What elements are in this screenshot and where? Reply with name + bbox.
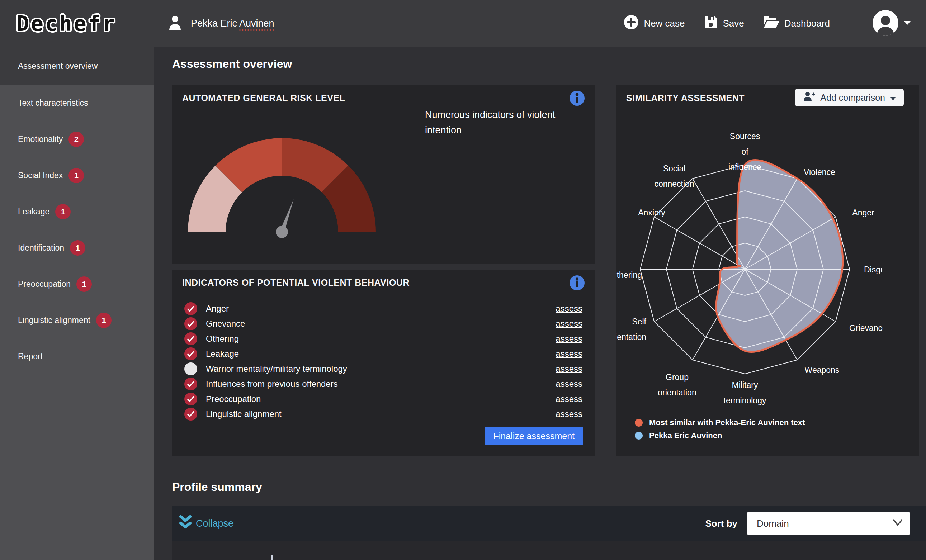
- collapse-button[interactable]: Collapse: [179, 515, 233, 532]
- indicator-checked-icon[interactable]: [185, 317, 197, 330]
- indicator-row: Leakageassess: [185, 346, 583, 361]
- indicator-checked-icon[interactable]: [185, 377, 197, 391]
- indicator-label: Anger: [206, 303, 229, 314]
- header-divider: [851, 9, 852, 38]
- indicator-row: Linguistic alignmentassess: [185, 406, 583, 422]
- indicator-checked-icon[interactable]: [185, 347, 197, 360]
- caret-down-icon[interactable]: [904, 20, 911, 27]
- indicator-checked-icon[interactable]: [185, 332, 197, 345]
- dashboard-label: Dashboard: [784, 18, 830, 29]
- sidebar-item-social-index[interactable]: Social Index1: [0, 157, 154, 193]
- info-icon[interactable]: [569, 91, 585, 106]
- plus-circle-icon: [624, 15, 639, 32]
- sidebar-item-linguistic-alignment[interactable]: Linguistic alignment1: [0, 302, 154, 338]
- page-title: Assessment overview: [172, 57, 292, 71]
- risk-description: Numerous indicators of violent intention: [425, 107, 586, 138]
- indicator-label: Influences from previous offenders: [206, 379, 338, 389]
- profile-summary-toolbar: Collapse Sort by Domain: [172, 506, 926, 540]
- sidebar-item-identification[interactable]: Identification1: [0, 230, 154, 266]
- indicators-card-title: INDICATORS OF POTENTIAL VIOLENT BEHAVIOU…: [182, 278, 410, 288]
- sidebar-item-label: Identification: [18, 243, 64, 253]
- avatar[interactable]: [872, 10, 899, 38]
- radar-axis-label: Anger: [852, 208, 875, 217]
- app-logo[interactable]: Dechefr: [0, 12, 154, 36]
- legend-dot-icon: [635, 419, 643, 427]
- indicator-checked-icon[interactable]: [185, 392, 197, 406]
- indicator-checked-icon[interactable]: [185, 302, 197, 315]
- assess-link[interactable]: assess: [555, 364, 583, 374]
- similarity-card-title: SIMILARITY ASSESSMENT: [626, 93, 744, 103]
- sidebar-item-label: Assessment overview: [18, 61, 98, 71]
- radar-axis-label: Anxiety: [638, 208, 665, 217]
- sidebar-item-assessment-overview[interactable]: Assessment overview: [0, 47, 154, 85]
- sidebar-item-leakage[interactable]: Leakage1: [0, 193, 154, 230]
- sort-by-select[interactable]: Domain: [747, 512, 910, 535]
- sidebar-item-badge: 1: [96, 312, 112, 328]
- radar-axis-label: Disgust: [864, 265, 883, 274]
- sidebar-item-label: Leakage: [18, 207, 50, 217]
- indicator-unchecked-icon[interactable]: [185, 362, 197, 375]
- new-case-label: New case: [644, 18, 685, 29]
- save-label: Save: [723, 18, 744, 29]
- sidebar-item-badge: 1: [68, 168, 84, 183]
- legend-item: Pekka Eric Auvinen: [635, 429, 805, 442]
- assess-link[interactable]: assess: [555, 409, 583, 419]
- folder-open-icon: [763, 15, 779, 32]
- sidebar-item-label: Report: [18, 352, 43, 361]
- indicator-row: Warrior mentality/military terminologyas…: [185, 361, 583, 376]
- sidebar-item-label: Preoccupation: [18, 279, 71, 289]
- radar-axis-label: Weapons: [805, 365, 840, 375]
- save-button[interactable]: Save: [704, 15, 744, 32]
- header-actions: New case Save Dashboard: [624, 9, 926, 38]
- sidebar-item-text-characteristics[interactable]: Text characteristics: [0, 85, 154, 121]
- person-plus-icon: [803, 91, 815, 104]
- finalize-assessment-button[interactable]: Finalize assessment: [485, 427, 583, 445]
- chart-tick-fragment: [271, 555, 272, 560]
- radar-axis-label: Violence: [804, 168, 835, 177]
- dashboard-button[interactable]: Dashboard: [763, 15, 830, 32]
- legend-dot-icon: [635, 432, 643, 439]
- indicator-label: Preoccupation: [206, 394, 261, 404]
- similarity-radar-chart: SourcesofinfluenceViolenceAngerDisgustGr…: [616, 129, 883, 416]
- sidebar-item-report[interactable]: Report: [0, 338, 154, 375]
- sidebar-item-label: Emotionality: [18, 134, 63, 144]
- account-menu[interactable]: [872, 10, 911, 38]
- info-icon[interactable]: [569, 275, 585, 290]
- sidebar-item-emotionality[interactable]: Emotionality2: [0, 121, 154, 157]
- save-icon: [704, 15, 718, 32]
- assess-link[interactable]: assess: [555, 394, 583, 404]
- radar-legend: Most similar with Pekka-Eric Auvinen tex…: [635, 416, 805, 442]
- sidebar-item-preoccupation[interactable]: Preoccupation1: [0, 266, 154, 302]
- indicator-label: Warrior mentality/military terminology: [206, 364, 347, 374]
- assess-link[interactable]: assess: [555, 379, 583, 389]
- assess-link[interactable]: assess: [555, 319, 583, 329]
- sidebar-item-label: Text characteristics: [18, 98, 88, 108]
- current-case-user: Pekka Eric Auvinen: [169, 15, 274, 32]
- user-icon: [169, 15, 182, 32]
- new-case-button[interactable]: New case: [624, 15, 685, 32]
- add-comparison-label: Add comparison: [820, 92, 885, 103]
- indicator-checked-icon[interactable]: [185, 408, 197, 421]
- sidebar-item-label: Social Index: [18, 171, 63, 180]
- legend-item: Most similar with Pekka-Eric Auvinen tex…: [635, 416, 805, 429]
- legend-label: Most similar with Pekka-Eric Auvinen tex…: [649, 418, 805, 427]
- legend-label: Pekka Eric Auvinen: [649, 431, 722, 440]
- sort-by-control: Sort by Domain: [705, 512, 910, 535]
- add-comparison-button[interactable]: Add comparison: [795, 89, 904, 107]
- indicator-label: Othering: [206, 334, 239, 344]
- caret-down-icon: [890, 92, 896, 103]
- sidebar-item-badge: 2: [68, 131, 84, 147]
- risk-card-title: AUTOMATED GENERAL RISK LEVEL: [182, 93, 345, 103]
- radar-axis-label: Othering: [616, 270, 642, 280]
- similarity-card: SIMILARITY ASSESSMENT Add comparison Sou…: [616, 85, 919, 456]
- assess-link[interactable]: assess: [555, 349, 583, 359]
- indicator-row: Angerassess: [185, 301, 583, 316]
- radar-axis-label: Grievance: [849, 323, 883, 333]
- assess-link[interactable]: assess: [555, 303, 583, 314]
- indicator-row: Influences from previous offendersassess: [185, 376, 583, 391]
- assess-link[interactable]: assess: [555, 334, 583, 344]
- sidebar-item-badge: 1: [55, 204, 71, 219]
- radar-axis-label: Socialconnection: [654, 164, 694, 189]
- indicator-label: Grievance: [206, 319, 245, 329]
- profile-summary-title: Profile summary: [172, 480, 262, 494]
